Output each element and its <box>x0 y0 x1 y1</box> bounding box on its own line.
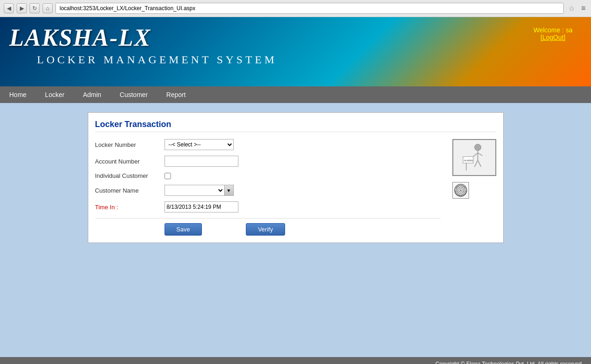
main-content: Locker Transaction Locker Number --< Sel… <box>0 103 591 357</box>
menu-icon[interactable]: ≡ <box>579 4 587 12</box>
footer-text: Copyright © Elena Technologies Pvt. Ltd.… <box>435 361 582 364</box>
form-fields: Locker Number --< Select >-- Account Num… <box>95 139 441 236</box>
save-button[interactable]: Save <box>165 223 202 236</box>
app-logo: Laksha-LX <box>9 24 582 51</box>
refresh-button[interactable]: ↻ <box>30 3 40 13</box>
individual-customer-label: Individual Customer <box>95 172 165 179</box>
forward-button[interactable]: ▶ <box>17 3 27 13</box>
account-number-label: Account Number <box>95 158 165 165</box>
account-number-row: Account Number <box>95 156 441 167</box>
browser-toolbar: ◀ ▶ ↻ ⌂ ☆ ≡ <box>0 0 591 17</box>
time-in-label: Time In : <box>95 204 165 211</box>
svg-point-13 <box>460 190 461 191</box>
form-title: Locker Transaction <box>95 120 496 132</box>
stick-figure-svg: no photo <box>462 143 487 173</box>
customer-name-select[interactable] <box>165 185 225 196</box>
address-bar[interactable] <box>55 3 564 14</box>
welcome-label: Welcome : <box>533 26 566 34</box>
home-button[interactable]: ⌂ <box>43 3 53 13</box>
fingerprint-area <box>452 182 469 199</box>
time-in-row: Time In : <box>95 201 441 212</box>
verify-button[interactable]: Verify <box>246 223 285 236</box>
no-photo-placeholder: no photo <box>453 140 495 175</box>
individual-customer-row: Individual Customer <box>95 172 441 179</box>
svg-line-2 <box>473 153 478 157</box>
nav-customer[interactable]: Customer <box>110 86 157 103</box>
locker-number-select[interactable]: --< Select >-- <box>165 139 234 150</box>
account-number-input[interactable] <box>165 156 238 167</box>
locker-number-row: Locker Number --< Select >-- <box>95 139 441 150</box>
nav-locker[interactable]: Locker <box>36 86 73 103</box>
svg-line-3 <box>478 153 482 156</box>
photo-area: no photo <box>452 139 496 176</box>
app-subtitle: Locker Management System <box>37 54 582 66</box>
logout-link[interactable]: [LogOut] <box>533 34 573 41</box>
time-in-input[interactable] <box>165 201 238 212</box>
svg-point-0 <box>475 144 481 151</box>
individual-customer-checkbox[interactable] <box>165 173 171 179</box>
svg-line-4 <box>475 160 478 167</box>
page-footer: Copyright © Elena Technologies Pvt. Ltd.… <box>0 357 591 364</box>
nav-report[interactable]: Report <box>157 86 195 103</box>
fingerprint-svg <box>454 183 468 197</box>
nav-home[interactable]: Home <box>0 86 36 103</box>
locker-number-label: Locker Number <box>95 141 165 148</box>
locker-number-dropdown-wrapper: --< Select >-- <box>165 139 234 150</box>
customer-name-label: Customer Name <box>95 187 165 194</box>
svg-text:no photo: no photo <box>464 159 473 162</box>
star-icon[interactable]: ☆ <box>567 4 577 13</box>
welcome-user: sa <box>566 26 573 34</box>
welcome-area: Welcome : sa [LogOut] <box>533 26 573 41</box>
back-button[interactable]: ◀ <box>4 3 14 13</box>
nav-admin[interactable]: Admin <box>73 86 110 103</box>
customer-name-dropdown-arrow[interactable]: ▼ <box>225 185 234 196</box>
customer-name-row: Customer Name ▼ <box>95 185 441 196</box>
photo-fingerprint-col: no photo <box>452 139 496 236</box>
main-navbar: Home Locker Admin Customer Report <box>0 86 591 103</box>
fingerprint-wrapper <box>452 180 469 199</box>
form-layout: Locker Number --< Select >-- Account Num… <box>95 139 496 236</box>
svg-line-5 <box>478 160 481 167</box>
page-header: Laksha-LX Locker Management System Welco… <box>0 17 591 86</box>
form-container: Locker Transaction Locker Number --< Sel… <box>88 112 504 243</box>
browser-chrome: ◀ ▶ ↻ ⌂ ☆ ≡ <box>0 0 591 17</box>
action-buttons: Save Verify <box>95 218 441 236</box>
customer-name-dropdown-wrapper: ▼ <box>165 185 234 196</box>
